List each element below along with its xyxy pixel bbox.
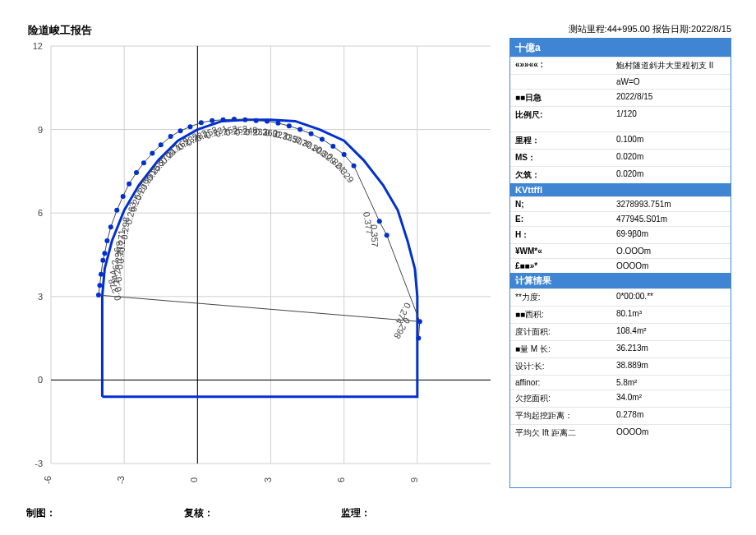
footer-supervise: 监理：	[341, 506, 499, 520]
data-row-key: ■量 M 长:	[515, 344, 616, 355]
station-label: 测站里程:	[569, 24, 607, 34]
svg-point-40	[114, 208, 119, 213]
footer-draw: 制图：	[26, 506, 184, 520]
chart-svg: -6-30369-30369120.3780.2440.2620.2960.27…	[26, 38, 499, 488]
data-row-value: 477945.S01m	[616, 214, 726, 224]
data-row-key: N;	[515, 200, 616, 209]
data-row: N;3278993.751m	[510, 196, 731, 211]
footer-review: 复核：	[184, 506, 342, 520]
data-row-key: £■■»*	[515, 261, 616, 270]
data-row-value: 69·9β0m	[616, 229, 726, 241]
data-row: ¥WM*«O.OOOm	[510, 243, 731, 258]
data-row: 平均欠 Ift 距离二OOOOm	[510, 424, 731, 441]
report-date-label: 报告日期:	[652, 24, 691, 34]
data-row: 比例尺:1/120	[510, 106, 731, 123]
svg-point-76	[287, 123, 292, 128]
svg-point-74	[275, 121, 280, 126]
svg-point-42	[121, 194, 126, 199]
data-row: E:477945.S01m	[510, 211, 731, 226]
data-row: £■■»*OOOOm	[510, 258, 731, 273]
data-row-value: OOOOm	[616, 427, 726, 439]
data-row: 里程：0.100m	[510, 131, 731, 149]
svg-text:0: 0	[189, 477, 199, 482]
data-row: H：69·9β0m	[510, 226, 731, 243]
data-row: «»»«« :鮑村隧道斜井大里程初支 II	[510, 57, 731, 74]
data-row-value: 1/120	[616, 109, 726, 121]
svg-text:0.357: 0.357	[369, 224, 380, 247]
svg-text:3: 3	[263, 477, 273, 482]
svg-text:0: 0	[38, 375, 43, 385]
data-row-value: aW=O	[616, 77, 726, 86]
station-value: 44+995.00	[607, 24, 650, 34]
data-row-key: E:	[515, 214, 616, 224]
data-row: 设计:长:38.889m	[510, 357, 731, 375]
data-row-key: 平均起挖距离：	[515, 410, 616, 422]
svg-text:6: 6	[336, 477, 346, 482]
data-row: 欠筑：0.020m	[510, 166, 731, 183]
svg-point-66	[232, 117, 237, 122]
svg-point-72	[265, 118, 270, 123]
svg-text:-3: -3	[116, 476, 126, 484]
data-row: **力度:0*00:00.**	[510, 288, 731, 306]
svg-point-50	[150, 150, 154, 155]
data-row-key: 设计:长:	[515, 361, 616, 372]
data-row-value: 0*00:00.**	[616, 292, 726, 303]
svg-point-36	[104, 238, 109, 243]
svg-point-52	[159, 142, 164, 147]
data-row-key: 度计面积:	[515, 326, 616, 338]
svg-point-48	[141, 160, 146, 165]
svg-point-54	[168, 134, 173, 139]
side-header: 十億a	[510, 39, 731, 57]
data-row-value: 5.8m²	[616, 378, 726, 387]
data-row-key: affinor:	[515, 378, 616, 387]
data-row-key: «»»«« :	[515, 60, 616, 71]
data-row: MS：0.020m	[510, 149, 731, 166]
svg-point-30	[99, 272, 104, 277]
data-row-key: 平均欠 Ift 距离二	[515, 427, 616, 439]
svg-text:9: 9	[38, 125, 43, 135]
svg-point-92	[385, 233, 390, 238]
kvh-section: N;3278993.751mE:477945.S01mH：69·9β0m¥WM*…	[510, 196, 731, 273]
kvh-header: KVttffl	[510, 183, 731, 196]
data-row-key: ¥WM*«	[515, 247, 616, 256]
data-row-key: **力度:	[515, 292, 616, 303]
report-title: 险道峻工报告	[28, 23, 92, 38]
data-row-value: 36.213m	[616, 344, 726, 355]
svg-point-38	[108, 224, 113, 229]
svg-point-62	[210, 118, 214, 123]
data-row-key: 欠挖面积:	[515, 393, 616, 404]
side-panel: 十億a «»»«« :鮑村隧道斜井大里程初支 IIaW=O■■日急2022/8/…	[509, 38, 731, 488]
svg-text:-6: -6	[43, 476, 53, 484]
svg-text:-3: -3	[35, 459, 43, 468]
svg-text:9: 9	[409, 477, 419, 482]
svg-point-82	[320, 136, 325, 141]
calc-section: **力度:0*00:00.**■■西积:80.1m³度计面积:108.4m²■量…	[510, 288, 731, 441]
data-row-value: 0.020m	[616, 169, 726, 181]
data-row-value: 0.100m	[616, 135, 726, 146]
data-row: ■量 M 长:36.213m	[510, 340, 731, 357]
svg-point-90	[377, 219, 382, 224]
data-row-value: 80.1m³	[616, 309, 726, 321]
svg-point-68	[242, 118, 247, 122]
svg-point-46	[134, 170, 139, 175]
data-row-value: 38.889m	[616, 361, 726, 372]
svg-point-70	[254, 118, 259, 123]
svg-point-28	[97, 283, 102, 288]
footer: 制图： 复核： 监理：	[26, 506, 499, 520]
dimension-section: 里程：0.100mMS：0.020m欠筑：0.020m	[510, 131, 731, 183]
report-date-value: 2022/8/15	[691, 24, 731, 34]
data-row-value: OOOOm	[616, 261, 726, 270]
data-row-key: 里程：	[515, 135, 616, 146]
data-row-value: 3278993.751m	[616, 200, 726, 209]
svg-point-96	[416, 336, 421, 341]
svg-text:3: 3	[38, 292, 43, 302]
data-row-key: 欠筑：	[515, 169, 616, 181]
data-row: ■■日急2022/8/15	[510, 89, 731, 106]
data-row-value: 2022/8/15	[616, 92, 726, 104]
svg-point-78	[297, 127, 302, 132]
svg-point-60	[199, 120, 204, 125]
data-row-value: 0.020m	[616, 152, 726, 164]
data-row: affinor:5.8m²	[510, 375, 731, 390]
svg-point-56	[178, 128, 183, 133]
data-row-value: 108.4m²	[616, 326, 726, 338]
